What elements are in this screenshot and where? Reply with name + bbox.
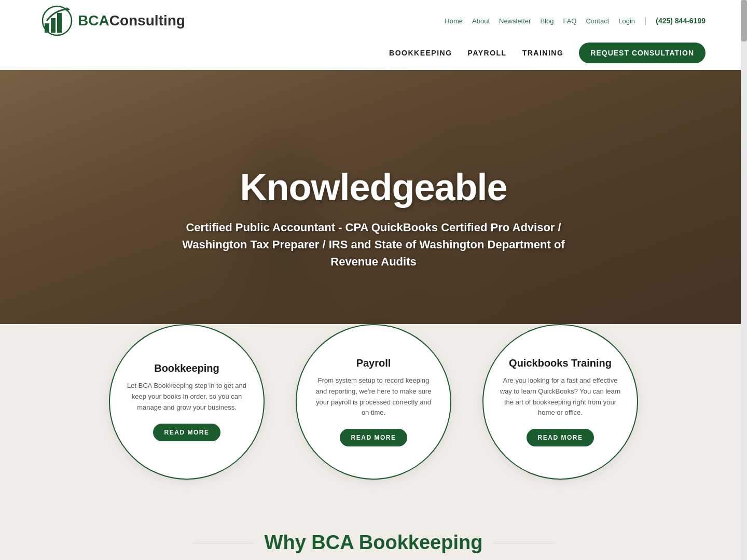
svg-rect-2 xyxy=(57,13,62,33)
hero-content: Knowledgeable Certified Public Accountan… xyxy=(150,166,597,270)
nav-bookkeeping[interactable]: BOOKKEEPING xyxy=(389,49,452,57)
logo[interactable]: BCAConsulting xyxy=(42,5,185,36)
nav-faq[interactable]: FAQ xyxy=(563,17,576,25)
payroll-read-more-button[interactable]: READ MORE xyxy=(340,429,408,446)
bookkeeping-card: Bookkeeping Let BCA Bookkeeping step in … xyxy=(109,324,265,480)
nav-home[interactable]: Home xyxy=(445,17,463,25)
training-card: Quickbooks Training Are you looking for … xyxy=(482,324,638,480)
hero-section: Knowledgeable Certified Public Accountan… xyxy=(0,70,747,366)
nav-payroll[interactable]: PAYROLL xyxy=(468,49,507,57)
nav-about[interactable]: About xyxy=(472,17,490,25)
services-cards: Bookkeeping Let BCA Bookkeeping step in … xyxy=(42,324,706,480)
why-section: Why BCA Bookkeeping xyxy=(0,511,747,560)
bookkeeping-card-title: Bookkeeping xyxy=(154,362,219,374)
svg-rect-1 xyxy=(51,18,56,33)
nav-divider: | xyxy=(644,16,646,25)
payroll-card: Payroll From system setup to record keep… xyxy=(296,324,451,480)
nav-training[interactable]: TRAINING xyxy=(522,49,564,57)
nav-blog[interactable]: Blog xyxy=(540,17,554,25)
phone-number: (425) 844-6199 xyxy=(656,17,706,25)
main-navigation: BOOKKEEPING PAYROLL TRAINING xyxy=(389,49,563,57)
training-card-desc: Are you looking for a fast and effective… xyxy=(499,375,621,418)
services-section: Bookkeeping Let BCA Bookkeeping step in … xyxy=(0,324,747,511)
request-consultation-button[interactable]: REQUEST CONSULTATION xyxy=(579,43,706,63)
why-section-title: Why BCA Bookkeeping xyxy=(265,531,483,554)
bookkeeping-card-desc: Let BCA Bookkeeping step in to get and k… xyxy=(126,381,248,413)
payroll-card-title: Payroll xyxy=(356,357,391,369)
hero-subtitle: Certified Public Accountant - CPA QuickB… xyxy=(171,219,576,270)
nav-contact[interactable]: Contact xyxy=(586,17,609,25)
training-card-title: Quickbooks Training xyxy=(509,357,612,369)
payroll-card-desc: From system setup to record keeping and … xyxy=(312,375,435,418)
nav-login[interactable]: Login xyxy=(618,17,635,25)
logo-icon xyxy=(42,5,73,36)
hero-title: Knowledgeable xyxy=(171,166,576,208)
site-header: BCAConsulting Home About Newsletter Blog… xyxy=(0,0,747,70)
scrollbar-track[interactable] xyxy=(741,0,747,560)
logo-text: BCAConsulting xyxy=(78,12,185,29)
bookkeeping-read-more-button[interactable]: READ MORE xyxy=(153,424,221,441)
training-read-more-button[interactable]: READ MORE xyxy=(527,429,594,446)
scrollbar-thumb[interactable] xyxy=(741,0,747,41)
top-navigation: Home About Newsletter Blog FAQ Contact L… xyxy=(445,16,706,25)
nav-newsletter[interactable]: Newsletter xyxy=(499,17,531,25)
